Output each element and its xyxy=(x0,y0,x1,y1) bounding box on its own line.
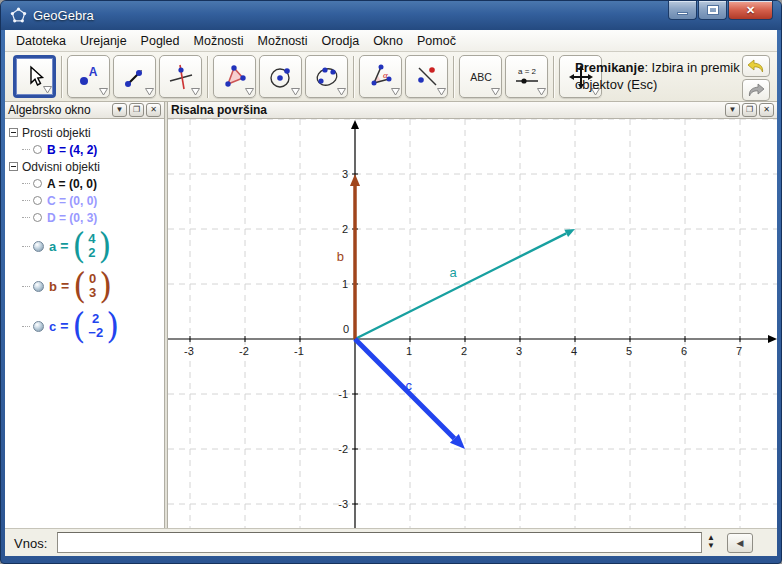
vector-a[interactable] xyxy=(355,233,566,339)
toolbar-separator xyxy=(207,56,209,98)
geogebra-logo-icon xyxy=(10,7,27,28)
slider-tool-button[interactable]: a = 2 xyxy=(505,55,548,98)
maximize-icon xyxy=(708,6,718,14)
polygon-tool-button[interactable] xyxy=(213,55,256,98)
conic-tool-button[interactable] xyxy=(305,55,348,98)
y-tick-label: -3 xyxy=(338,498,348,510)
point-tool-button[interactable]: A xyxy=(67,55,110,98)
mirror-tool-button[interactable] xyxy=(405,55,448,98)
tree-item-vector-c[interactable]: c= ( 2−2 ) xyxy=(9,306,164,346)
tool-dropdown-icon[interactable] xyxy=(43,86,52,94)
tool-dropdown-icon[interactable] xyxy=(291,88,300,96)
minimize-button[interactable] xyxy=(668,1,697,20)
dependent-objects-group[interactable]: Odvisni objekti xyxy=(9,158,164,175)
graphics-maximize-button[interactable]: ❐ xyxy=(742,103,757,117)
vector-b-label[interactable]: b xyxy=(337,249,344,264)
graphics-close-button[interactable]: ✕ xyxy=(759,103,774,117)
x-tick-label: 1 xyxy=(406,345,412,357)
tool-dropdown-icon[interactable] xyxy=(391,88,400,96)
text-tool-button[interactable]: ABC xyxy=(459,55,502,98)
x-tick-label: -1 xyxy=(294,345,304,357)
maximize-button[interactable] xyxy=(698,1,727,20)
x-tick-label: 6 xyxy=(681,345,687,357)
left-triangle-icon: ◀ xyxy=(737,538,744,548)
tree-item-vector-b[interactable]: b= ( 03 ) xyxy=(9,266,164,306)
perpendicular-line-tool-button[interactable] xyxy=(159,55,202,98)
client-area: Datoteka Urejanje Pogled Možnosti Možnos… xyxy=(5,30,777,556)
ellipse-icon xyxy=(314,64,340,90)
tree-item-D[interactable]: D = (0, 3) xyxy=(9,209,164,226)
tool-dropdown-icon[interactable] xyxy=(537,88,546,96)
vector-b-arrowhead-icon[interactable] xyxy=(350,174,360,186)
circle-tool-button[interactable] xyxy=(259,55,302,98)
x-tick-label: 2 xyxy=(461,345,467,357)
visibility-circle-icon[interactable] xyxy=(33,179,42,188)
tool-dropdown-icon[interactable] xyxy=(99,88,108,96)
visibility-circle-icon[interactable] xyxy=(33,196,42,205)
vector-c-label[interactable]: c xyxy=(406,378,413,393)
collapse-icon[interactable] xyxy=(9,128,18,137)
tool-help-text: Premikanje: Izbira in premik objektov (E… xyxy=(575,59,740,93)
graphics-view-title: Risalna površina xyxy=(171,103,725,117)
toolbar: A xyxy=(5,52,777,102)
input-help-button[interactable]: ◀ xyxy=(727,533,753,553)
redo-button[interactable] xyxy=(742,79,770,101)
tool-dropdown-icon[interactable] xyxy=(191,88,200,96)
collapse-icon[interactable] xyxy=(9,162,18,171)
menu-okno[interactable]: Okno xyxy=(366,32,410,50)
angle-tool-button[interactable]: α xyxy=(359,55,402,98)
menu-orodja[interactable]: Orodja xyxy=(315,32,367,50)
close-icon: ✕ xyxy=(746,4,755,17)
tool-dropdown-icon[interactable] xyxy=(145,88,154,96)
vector-icon xyxy=(122,64,148,90)
algebra-maximize-button[interactable]: ❐ xyxy=(129,103,144,117)
visibility-marble-icon[interactable] xyxy=(33,321,44,332)
algebra-close-button[interactable]: ✕ xyxy=(146,103,161,117)
vector-a-label[interactable]: a xyxy=(450,265,458,280)
menu-moznosti-2[interactable]: Možnosti xyxy=(251,32,315,50)
window-title: GeoGebra xyxy=(33,8,94,23)
toolbar-separator xyxy=(61,56,63,98)
menu-moznosti-1[interactable]: Možnosti xyxy=(187,32,251,50)
visibility-circle-icon[interactable] xyxy=(33,213,42,222)
toolbar-separator xyxy=(353,56,355,98)
undo-button[interactable] xyxy=(742,55,770,77)
x-tick-label: -3 xyxy=(184,345,194,357)
mirror-icon xyxy=(414,64,440,90)
graphics-canvas[interactable]: -3-2-11234567321-1-2-30abc xyxy=(168,119,777,530)
move-tool-button[interactable] xyxy=(13,55,56,98)
tool-dropdown-icon[interactable] xyxy=(337,88,346,96)
menu-urejanje[interactable]: Urejanje xyxy=(73,32,134,50)
y-axis-arrow-icon xyxy=(351,120,359,129)
tool-name: Premikanje xyxy=(575,60,644,75)
tool-dropdown-icon[interactable] xyxy=(491,88,500,96)
tree-item-C[interactable]: C = (0, 0) xyxy=(9,192,164,209)
vector-tool-button[interactable] xyxy=(113,55,156,98)
geogebra-window: GeoGebra ✕ Datoteka Urejanje Pogled Možn… xyxy=(0,0,782,564)
input-history-spinner[interactable]: ▲▼ xyxy=(707,534,715,550)
visibility-marble-icon[interactable] xyxy=(33,281,44,292)
tree-item-A[interactable]: A = (0, 0) xyxy=(9,175,164,192)
tool-dropdown-icon[interactable] xyxy=(245,88,254,96)
close-button[interactable]: ✕ xyxy=(728,1,773,20)
svg-text:ABC: ABC xyxy=(470,71,492,83)
graphics-view-header: Risalna površina ▼ ❐ ✕ xyxy=(168,102,777,119)
x-tick-label: -2 xyxy=(239,345,249,357)
menu-pomoc[interactable]: Pomoč xyxy=(410,32,463,50)
visibility-circle-icon[interactable] xyxy=(33,145,42,154)
tree-item-vector-a[interactable]: a= ( 42 ) xyxy=(9,226,164,266)
tree-item-B[interactable]: B = (4, 2) xyxy=(9,141,164,158)
menu-pogled[interactable]: Pogled xyxy=(134,32,187,50)
x-tick-label: 7 xyxy=(736,345,742,357)
point-icon: A xyxy=(76,64,102,90)
free-objects-group[interactable]: Prosti objekti xyxy=(9,124,164,141)
menu-datoteka[interactable]: Datoteka xyxy=(9,32,73,50)
graphics-menu-button[interactable]: ▼ xyxy=(725,103,740,117)
algebra-menu-button[interactable]: ▼ xyxy=(112,103,127,117)
x-tick-label: 3 xyxy=(516,345,522,357)
command-input[interactable] xyxy=(57,532,702,553)
title-bar[interactable]: GeoGebra ✕ xyxy=(1,1,781,30)
spinner-down-icon[interactable]: ▼ xyxy=(707,542,715,550)
visibility-marble-icon[interactable] xyxy=(33,241,44,252)
tool-dropdown-icon[interactable] xyxy=(437,88,446,96)
